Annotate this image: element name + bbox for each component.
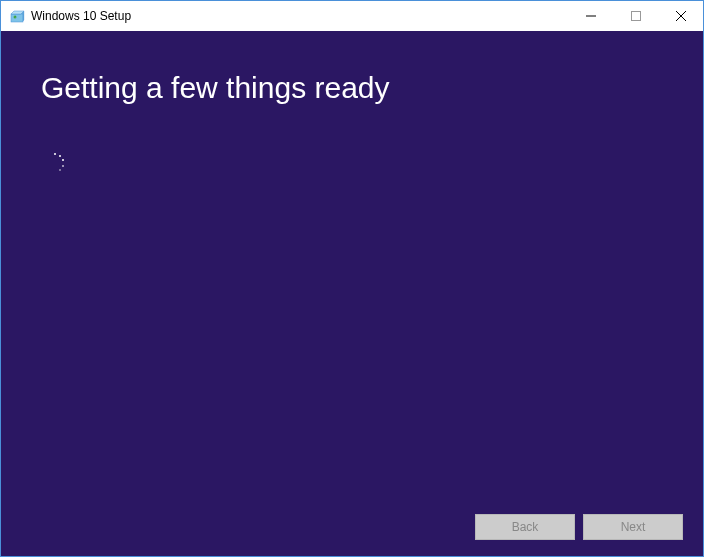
content-area: Getting a few things ready Back Next: [1, 31, 703, 556]
footer-buttons: Back Next: [475, 514, 683, 540]
back-button: Back: [475, 514, 575, 540]
svg-rect-3: [631, 12, 640, 21]
titlebar: Windows 10 Setup: [1, 1, 703, 31]
minimize-button[interactable]: [568, 1, 613, 31]
maximize-button: [613, 1, 658, 31]
next-button: Next: [583, 514, 683, 540]
window-controls: [568, 1, 703, 31]
svg-rect-0: [11, 14, 23, 22]
setup-window: Windows 10 Setup Getting a few things re…: [0, 0, 704, 557]
window-title: Windows 10 Setup: [31, 9, 568, 23]
close-button[interactable]: [658, 1, 703, 31]
loading-spinner-icon: [45, 153, 65, 173]
app-icon: [9, 8, 25, 24]
page-title: Getting a few things ready: [41, 71, 663, 105]
